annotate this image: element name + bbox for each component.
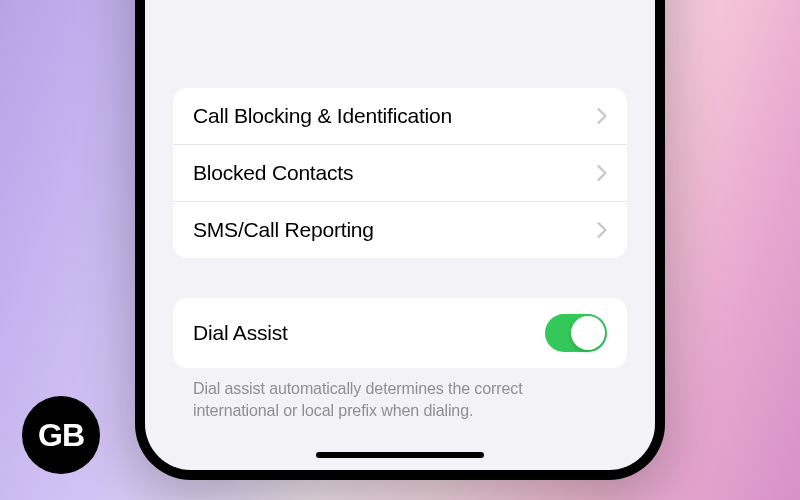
chevron-right-icon <box>597 108 607 124</box>
chevron-right-icon <box>597 222 607 238</box>
toggle-knob <box>571 316 605 350</box>
row-label: Dial Assist <box>193 321 288 345</box>
row-label: SMS/Call Reporting <box>193 218 374 242</box>
row-dial-assist: Dial Assist <box>173 298 627 368</box>
dial-assist-toggle[interactable] <box>545 314 607 352</box>
settings-scroll-area[interactable]: Call Blocking & Identification Blocked C… <box>145 0 655 470</box>
settings-group-calls: Call Blocking & Identification Blocked C… <box>173 88 627 258</box>
phone-screen: Call Blocking & Identification Blocked C… <box>145 0 655 470</box>
watermark-text: GB <box>38 417 84 454</box>
home-indicator[interactable] <box>316 452 484 458</box>
section-footer-text: Dial assist automatically determines the… <box>173 368 627 422</box>
settings-group-dial-assist: Dial Assist <box>173 298 627 368</box>
chevron-right-icon <box>597 165 607 181</box>
row-call-blocking-identification[interactable]: Call Blocking & Identification <box>173 88 627 145</box>
phone-frame: Call Blocking & Identification Blocked C… <box>135 0 665 480</box>
row-label: Blocked Contacts <box>193 161 353 185</box>
row-blocked-contacts[interactable]: Blocked Contacts <box>173 145 627 202</box>
row-sms-call-reporting[interactable]: SMS/Call Reporting <box>173 202 627 258</box>
row-label: Call Blocking & Identification <box>193 104 452 128</box>
watermark-badge: GB <box>22 396 100 474</box>
